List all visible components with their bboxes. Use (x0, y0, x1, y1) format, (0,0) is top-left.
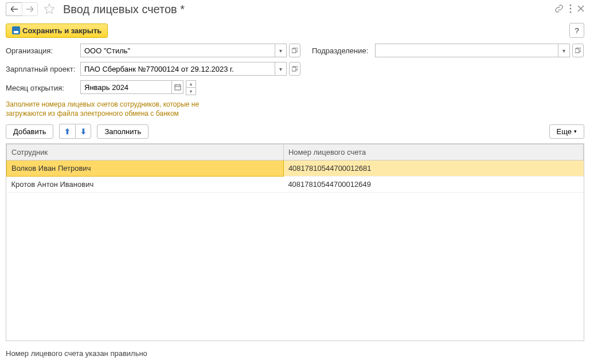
column-header-account[interactable]: Номер лицевого счета (283, 144, 583, 161)
organization-dropdown-button[interactable]: ▾ (275, 44, 287, 57)
column-header-employee[interactable]: Сотрудник (7, 144, 284, 161)
chevron-down-icon: ▾ (574, 128, 577, 134)
nav-back-button[interactable] (6, 2, 22, 16)
arrow-up-icon: ⬆ (64, 127, 71, 136)
svg-rect-3 (292, 49, 296, 53)
open-month-calendar-button[interactable] (172, 80, 183, 94)
more-label: Еще (557, 127, 572, 136)
link-icon[interactable] (554, 4, 564, 15)
salary-project-input[interactable] (80, 62, 275, 76)
department-input[interactable] (375, 44, 558, 57)
help-button[interactable]: ? (569, 23, 584, 38)
page-title: Ввод лицевых счетов * (63, 3, 551, 16)
open-month-label: Месяц открытия: (6, 84, 80, 92)
svg-rect-5 (292, 67, 296, 71)
cell-account[interactable]: 40817810544700012681 (283, 161, 583, 177)
cell-employee[interactable]: Волков Иван Петрович (7, 161, 284, 177)
fill-button[interactable]: Заполнить (97, 124, 149, 139)
department-open-button[interactable] (572, 44, 584, 57)
add-button[interactable]: Добавить (6, 124, 53, 139)
save-disk-icon (12, 26, 20, 34)
svg-rect-6 (175, 85, 181, 90)
open-month-input[interactable] (80, 80, 172, 94)
salary-project-label: Зарплатный проект: (6, 65, 80, 73)
svg-point-2 (570, 11, 572, 13)
nav-forward-button[interactable] (22, 2, 38, 16)
organization-input[interactable] (80, 44, 275, 57)
move-down-button[interactable]: ⬇ (75, 124, 91, 139)
open-month-down-button[interactable]: ▼ (186, 88, 196, 95)
favorite-star-icon[interactable] (44, 3, 55, 16)
table-row[interactable]: Волков Иван Петрович40817810544700012681 (7, 161, 584, 177)
status-text: Номер лицевого счета указан правильно (0, 343, 590, 363)
salary-project-open-button[interactable] (289, 62, 300, 76)
svg-point-0 (570, 4, 572, 6)
department-label: Подразделение: (312, 46, 375, 55)
kebab-menu-icon[interactable] (569, 4, 572, 15)
more-button[interactable]: Еще ▾ (549, 124, 584, 139)
save-and-close-button[interactable]: Сохранить и закрыть (6, 24, 108, 38)
organization-open-button[interactable] (289, 44, 300, 57)
save-and-close-label: Сохранить и закрыть (22, 26, 101, 35)
cell-account[interactable]: 40817810544700012649 (283, 177, 583, 193)
cell-employee[interactable]: Кротов Антон Иванович (7, 177, 284, 193)
open-month-up-button[interactable]: ▲ (186, 81, 196, 88)
employees-table[interactable]: Сотрудник Номер лицевого счета Волков Ив… (6, 143, 584, 341)
table-row[interactable]: Кротов Антон Иванович4081781054470001264… (7, 177, 584, 193)
move-up-button[interactable]: ⬆ (59, 124, 75, 139)
department-dropdown-button[interactable]: ▾ (558, 44, 570, 57)
hint-text: Заполните номера лицевых счетов сотрудни… (6, 100, 584, 118)
arrow-down-icon: ⬇ (80, 127, 87, 136)
close-icon[interactable] (577, 5, 584, 14)
salary-project-dropdown-button[interactable]: ▾ (275, 62, 287, 76)
organization-label: Организация: (6, 46, 80, 55)
svg-rect-4 (575, 49, 579, 53)
svg-point-1 (570, 7, 572, 9)
